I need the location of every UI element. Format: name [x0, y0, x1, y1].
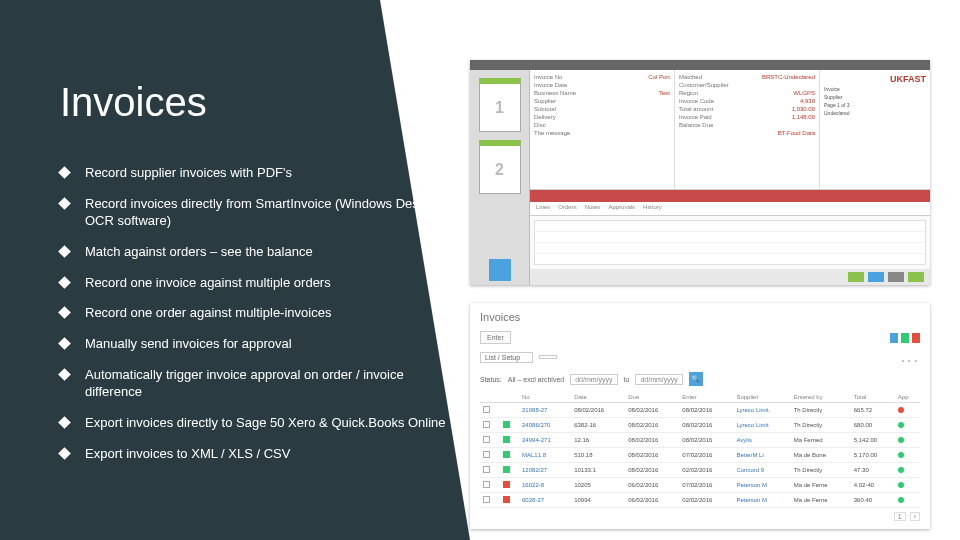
search-icon: 🔍	[689, 372, 703, 386]
bullet-item: Export invoices directly to Sage 50 Xero…	[60, 415, 460, 432]
form-row: Invoice Paid1,148.00	[679, 114, 815, 120]
date-to-input: dd/mm/yyyy	[635, 374, 682, 385]
field-label: Customer/Supplier	[679, 82, 729, 88]
cell: 10133.1	[571, 463, 625, 478]
table-header	[500, 392, 520, 403]
form-row: Invoice Code4,930	[679, 98, 815, 104]
status-square-icon	[503, 481, 510, 488]
filter-select: List / Setup	[480, 352, 533, 363]
export-icon	[912, 333, 920, 343]
detail-tab: Notes	[585, 204, 601, 213]
form-row: RegionWLGPS	[679, 90, 815, 96]
field-value: BRSTC-Undeclared	[762, 74, 815, 80]
bullet-text: Manually send invoices for approval	[85, 336, 460, 353]
table-header	[480, 392, 500, 403]
cell: 08/02/2016	[679, 433, 733, 448]
table-row: 24086/2706382-1608/02/201608/02/2016Lyre…	[480, 418, 920, 433]
field-value: BT-Food Data	[778, 130, 815, 136]
field-label: Delivery	[534, 114, 556, 120]
diamond-bullet-icon	[58, 166, 71, 179]
form-row: Balance Due	[679, 122, 815, 128]
thumb-tool-icon	[489, 259, 511, 281]
page-thumb-1: 1	[479, 78, 521, 132]
bullet-text: Record supplier invoices with PDF's	[85, 165, 460, 182]
diamond-bullet-icon	[58, 197, 71, 210]
cell: 510.18	[571, 448, 625, 463]
status-square-icon	[503, 496, 510, 503]
form-column-1: Invoice NoCol PortInvoice DateBusiness N…	[530, 70, 675, 189]
invoice-no: 6028-27	[519, 493, 571, 508]
form-row: Business NameTest	[534, 90, 670, 96]
diamond-bullet-icon	[58, 416, 71, 429]
field-label: Invoice No	[534, 74, 562, 80]
form-row: Supplier	[534, 98, 670, 104]
page-thumb-2: 2	[479, 140, 521, 194]
form-row: Invoice Date	[534, 82, 670, 88]
supplier: Peterson M	[733, 493, 790, 508]
enter-button: Enter	[480, 331, 511, 344]
detail-tab: Lines	[536, 204, 550, 213]
table-header: Supplier	[733, 392, 790, 403]
cell: 08/02/2016	[571, 403, 625, 418]
slide-title: Invoices	[60, 80, 460, 125]
row-checkbox	[483, 481, 490, 488]
table-row: 6028-271099406/02/201602/02/2016Peterson…	[480, 493, 920, 508]
cell: 12.16	[571, 433, 625, 448]
cell: 5,170.00	[851, 448, 895, 463]
status-square-icon	[503, 466, 510, 473]
cell: 07/02/2016	[679, 478, 733, 493]
approval-dot-icon	[898, 452, 904, 458]
status-square-icon	[503, 451, 510, 458]
side-line: Invoice	[824, 86, 926, 92]
thumbnail-column: 1 2	[470, 70, 530, 285]
screenshots-column: 1 2 Invoice NoCol PortInvoice DateBusine…	[470, 60, 940, 540]
form-side-panel: UKFAST Invoice Supplier Page 1 of 3 Unde…	[820, 70, 930, 189]
field-label: Supplier	[534, 98, 556, 104]
cell: 02/02/2016	[679, 463, 733, 478]
field-label: Invoice Paid	[679, 114, 712, 120]
table-header: Entered by	[791, 392, 851, 403]
field-label: Disc	[534, 122, 546, 128]
brand-logo: UKFAST	[890, 74, 926, 84]
bullet-text: Record one invoice against multiple orde…	[85, 275, 460, 292]
cell: 360.40	[851, 493, 895, 508]
form-row: The message	[534, 130, 670, 136]
cell: Th Directly	[791, 418, 851, 433]
cell: 08/02/2016	[625, 403, 679, 418]
cell: Ma de Ferne	[791, 493, 851, 508]
to-label: to	[624, 376, 630, 383]
detail-tab: Orders	[558, 204, 576, 213]
cell: 06/02/2016	[625, 478, 679, 493]
form-column-2: MatchedBRSTC-UndeclaredCustomer/Supplier…	[675, 70, 820, 189]
table-header: Total	[851, 392, 895, 403]
diamond-bullet-icon	[58, 307, 71, 320]
table-row: 16022-81020506/02/201607/02/2016Peterson…	[480, 478, 920, 493]
invoice-no: MAL11.8	[519, 448, 571, 463]
field-value: WLGPS	[793, 90, 815, 96]
cell: 680.00	[851, 418, 895, 433]
bullet-item: Manually send invoices for approval	[60, 336, 460, 353]
detail-tabs: LinesOrdersNotesApprovalsHistory	[530, 202, 930, 216]
bullet-item: Export invoices to XML / XLS / CSV	[60, 446, 460, 463]
table-header: Due	[625, 392, 679, 403]
field-label: Region	[679, 90, 698, 96]
web-page-title: Invoices	[480, 311, 920, 323]
bullet-item: Record invoices directly from SmartInvoi…	[60, 196, 460, 230]
side-line: Undeclared	[824, 110, 926, 116]
detail-tab: Approvals	[608, 204, 635, 213]
table-header: Enter	[679, 392, 733, 403]
detail-grid	[530, 216, 930, 269]
cell: Ma de Ferne	[791, 478, 851, 493]
alert-bar	[530, 190, 930, 202]
cell: 5,142.00	[851, 433, 895, 448]
cell: 4.02-40	[851, 478, 895, 493]
table-row: 12082/2710133.108/02/201602/02/2016Conco…	[480, 463, 920, 478]
cell: 02/02/2016	[679, 493, 733, 508]
bullet-item: Automatically trigger invoice approval o…	[60, 367, 460, 401]
side-line: Page 1 of 3	[824, 102, 926, 108]
field-label: Balance Due	[679, 122, 713, 128]
form-row: Delivery	[534, 114, 670, 120]
invoice-no: 16022-8	[519, 478, 571, 493]
field-label: Matched	[679, 74, 702, 80]
cell: 6382-16	[571, 418, 625, 433]
